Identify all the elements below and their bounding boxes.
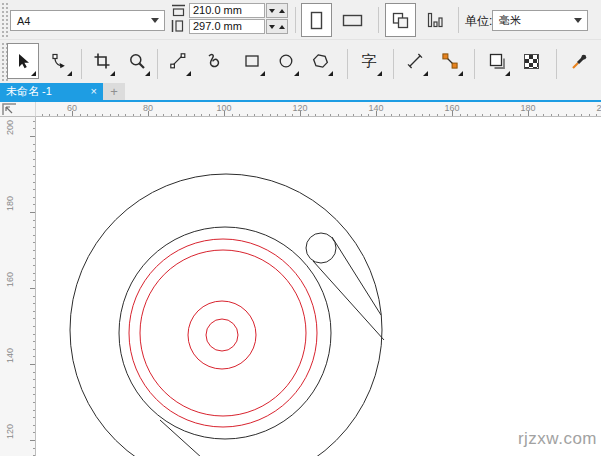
ruler-major-tick [30, 136, 35, 137]
tonearm-pivot-circle[interactable] [306, 233, 336, 263]
ruler-label: 200 [596, 103, 601, 113]
ruler-major-tick [30, 440, 35, 441]
new-document-tab-button[interactable]: + [103, 83, 125, 100]
ruler-tick [232, 114, 233, 116]
flyout-indicator [67, 71, 72, 76]
turntable-drawing[interactable] [36, 117, 601, 456]
transparency-checker-icon [524, 54, 539, 69]
ruler-tick [536, 114, 537, 116]
ruler-tick [95, 114, 96, 116]
page-height-input[interactable]: 297.0 mm [189, 19, 265, 34]
transparency-tool[interactable] [515, 43, 547, 79]
leg-line[interactable] [160, 420, 202, 456]
units-label: 单位: [465, 13, 492, 30]
chevron-down-icon [574, 18, 582, 23]
ruler-tick [140, 114, 141, 116]
spindle-circle[interactable] [206, 319, 238, 351]
rectangle-tool[interactable] [236, 43, 268, 79]
ruler-tick [277, 114, 278, 116]
ruler-tick [33, 296, 35, 297]
curve-tool[interactable] [198, 43, 230, 79]
portrait-button[interactable] [301, 3, 332, 37]
ruler-tick [384, 114, 385, 116]
page-size-select[interactable]: A4 [10, 10, 165, 31]
units-select[interactable]: 毫米 [492, 10, 588, 31]
ruler-tick [437, 114, 438, 116]
ruler-tick [33, 432, 35, 433]
dimension-tool[interactable] [399, 43, 431, 79]
ruler-tick [262, 114, 263, 116]
tab-untitled-document[interactable]: 未命名 -1 × [0, 83, 103, 100]
record-groove-circle[interactable] [140, 250, 306, 416]
horizontal-ruler[interactable]: 6080100120140160180200 [36, 102, 601, 117]
ruler-origin-control[interactable] [0, 102, 36, 117]
ruler-tick [209, 114, 210, 116]
ruler-tick [33, 280, 35, 281]
ruler-tick [520, 114, 521, 116]
ruler-tick [156, 114, 157, 116]
ellipse-tool[interactable] [270, 43, 302, 79]
tonearm-upper-line[interactable] [332, 237, 381, 315]
ruler-tick [33, 220, 35, 221]
shape-node-icon [51, 53, 67, 69]
text-tool[interactable]: 字 [353, 43, 385, 79]
ruler-tick [247, 114, 248, 116]
ruler-tick [543, 114, 544, 116]
page-height-stepper[interactable] [266, 19, 288, 34]
ruler-tick [422, 114, 423, 116]
ruler-tick [33, 334, 35, 335]
separator [157, 49, 158, 79]
crop-icon [94, 53, 110, 69]
page-bars-icon [427, 12, 444, 29]
ruler-tick [33, 128, 35, 129]
all-pages-icon [392, 12, 409, 29]
tonearm-lower-line[interactable] [313, 261, 384, 340]
connector-tool[interactable] [434, 43, 466, 79]
ruler-major-tick [30, 364, 35, 365]
shape-tool[interactable] [43, 43, 75, 79]
separator [347, 49, 348, 79]
chevron-down-icon [151, 18, 159, 23]
all-pages-button[interactable] [385, 3, 416, 37]
vertical-ruler[interactable]: 200180160140120 [0, 117, 36, 456]
drawing-canvas[interactable]: rjzxw.com [36, 117, 601, 456]
crop-tool[interactable] [86, 43, 118, 79]
inner-platter-circle[interactable] [119, 227, 331, 439]
ruler-tick [33, 356, 35, 357]
zoom-tool[interactable] [121, 43, 153, 79]
ruler-tick [33, 326, 35, 327]
ruler-tick [33, 197, 35, 198]
record-outer-circle[interactable] [129, 239, 317, 427]
flyout-indicator [505, 71, 510, 76]
ruler-tick [33, 151, 35, 152]
flyout-indicator [186, 71, 191, 76]
ruler-label: 180 [520, 103, 535, 113]
landscape-button[interactable] [337, 3, 368, 37]
flyout-indicator [377, 71, 382, 76]
outer-platter-circle[interactable] [70, 174, 382, 456]
record-label-circle[interactable] [188, 301, 256, 369]
ruler-tick [80, 114, 81, 116]
flyout-indicator [145, 71, 150, 76]
page-width-input[interactable]: 210.0 mm [189, 3, 265, 18]
ruler-tick [171, 114, 172, 116]
page-width-stepper[interactable] [266, 3, 288, 18]
ruler-tick [581, 114, 582, 116]
page-height-icon [171, 19, 186, 33]
ruler-label: 80 [143, 103, 153, 113]
eyedropper-icon [571, 53, 588, 70]
close-icon[interactable]: × [91, 86, 97, 97]
document-tab-bar: 未命名 -1 × + [0, 83, 601, 100]
toolbar-grip[interactable] [1, 2, 8, 37]
polygon-tool[interactable] [304, 43, 336, 79]
color-eyedropper-tool[interactable] [563, 43, 595, 79]
ruler-tick [87, 114, 88, 116]
freehand-tool[interactable] [162, 43, 194, 79]
drop-shadow-tool[interactable] [481, 43, 513, 79]
ruler-label: 160 [5, 272, 15, 287]
ruler-tick [482, 114, 483, 116]
drop-shadow-icon [489, 53, 506, 70]
curve-pigtail-icon [206, 53, 222, 69]
pick-tool[interactable] [7, 43, 39, 79]
current-page-button[interactable] [420, 3, 451, 37]
